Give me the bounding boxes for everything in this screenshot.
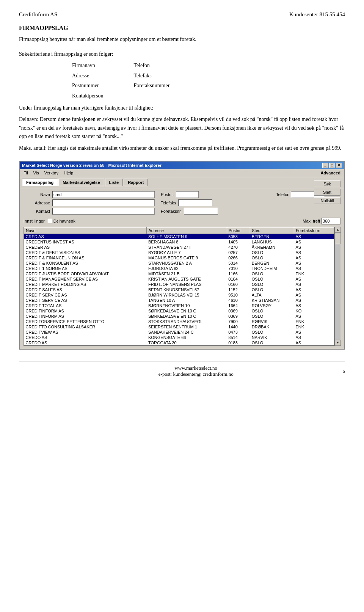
table-row[interactable]: CREDITVIEW ASSANDAKERVEIEN 24 C0473OSLOA…	[24, 330, 334, 335]
footer-email: e-post: kundesenter@ creditinform.no	[49, 371, 343, 377]
table-header-row: Navn Adresse Postnr. Sted Foretaksform	[24, 227, 334, 234]
cell-postnr: 0257	[227, 250, 250, 255]
cell-sted: NARVIK	[250, 335, 294, 340]
table-row[interactable]: CREDENTUS INVEST ASBERGHAGAN 81405LANGHU…	[24, 239, 334, 245]
menu-advanced[interactable]: Advanced	[318, 170, 343, 176]
navn-input[interactable]	[52, 191, 155, 198]
toolbar-rapport[interactable]: Rapport	[124, 179, 148, 186]
foretaksnr-input[interactable]	[184, 208, 218, 215]
table-row[interactable]: CREDER ASSTRANDAVEGEN 27 I4270ÅKREHAMNAS	[24, 245, 334, 250]
nullstill-button[interactable]: Nullstill	[314, 197, 340, 204]
table-row[interactable]: CREDIT MARKET HOLDING ASFRIDTJOF NANSENS…	[24, 282, 334, 287]
cell-sted: BERGEN	[250, 234, 294, 239]
kontakt-row: Kontakt Foretaksnr.	[24, 208, 273, 215]
scroll-track[interactable]	[335, 233, 340, 340]
cell-form: AS	[294, 266, 334, 271]
cell-postnr: 1152	[227, 287, 250, 292]
table-row[interactable]: CREDITTO CONSULTING ALSAKERSEIERSTEN SEN…	[24, 324, 334, 330]
table-row[interactable]: CREDIT SERVICE ASTANGEN 10 A4610KRISTIAN…	[24, 298, 334, 303]
menu-fil[interactable]: Fil	[21, 170, 30, 176]
criteria-table: Firmanavn Adresse Postnummer Kontaktpers…	[72, 61, 345, 100]
toolbar-firmaoppslag[interactable]: Firmaoppslag	[22, 179, 58, 186]
delnavnsok-checkbox[interactable]	[48, 219, 52, 223]
para1: Under firmaoppslag har man ytterligere f…	[19, 104, 345, 112]
cell-adresse: KONGENSGATE 66	[147, 335, 227, 340]
kontakt-input[interactable]	[52, 208, 155, 215]
cell-form: AS	[294, 245, 334, 250]
intro-text: Firmaoppslag benyttes når man skal fremh…	[19, 35, 345, 43]
application-window: Market Select Norge version 2 revision 5…	[19, 161, 345, 350]
telefaks-input[interactable]	[178, 199, 212, 206]
table-row[interactable]: CREDITINFORM ASSØRKEDALSVEIEN 10 C0369OS…	[24, 308, 334, 314]
cell-adresse: KRISTIAN AUGUSTS GATE	[147, 276, 227, 282]
customer-service: Kundesenter 815 55 454	[289, 11, 345, 18]
table-row[interactable]: CREDIT SERVICE ASBJØRN WIRKOLAS VEI 1595…	[24, 292, 334, 298]
delnavnsok-checkbox-wrapper: Delnavnsøk	[48, 219, 75, 223]
table-row[interactable]: CREDIT JUSTIS BORE ODDVAR ADVOKATMIDTÅSE…	[24, 271, 334, 276]
table-row[interactable]: CREDIT & KONSULENT ASSTARVHUSGATEN 2 A50…	[24, 260, 334, 266]
cell-navn: CREDITTO CONSULTING ALSAKER	[24, 324, 147, 330]
cell-postnr: 0369	[227, 308, 250, 314]
cell-navn: CREDIT SALES AS	[24, 287, 147, 292]
close-button[interactable]: ✕	[336, 163, 342, 168]
cell-navn: CREDIT MANAGEMENT SERVICE AS	[24, 276, 147, 282]
cell-postnr: 0369	[227, 314, 250, 319]
table-row[interactable]: CREDIT SALES ASBERNT KNUDSENSVEI 571152O…	[24, 287, 334, 292]
delnavnsok-label: Delnavnsøk	[53, 219, 75, 223]
cell-form: AS	[294, 234, 334, 239]
cell-adresse: TORGGATA 20	[147, 340, 227, 345]
cell-adresse: BJØRN WIRKOLAS VEI 15	[147, 292, 227, 298]
cell-postnr: 9510	[227, 292, 250, 298]
table-row[interactable]: CREDO ASKONGENSGATE 668514NARVIKAS	[24, 335, 334, 340]
scroll-up-button[interactable]: ▲	[335, 227, 341, 233]
table-row[interactable]: CREDIT & DEBIT VISION ASBYGDØY ALLE 7025…	[24, 250, 334, 255]
form-content: Navn Postnr. Adresse Telefaks Kontakt Fo…	[20, 188, 344, 349]
col-adresse: Adresse	[147, 227, 227, 234]
adresse-row: Adresse Telefaks	[24, 199, 273, 206]
scroll-down-button[interactable]: ▼	[335, 340, 341, 346]
cell-form: KO	[294, 308, 334, 314]
results-table: Navn Adresse Postnr. Sted Foretaksform C…	[24, 227, 334, 345]
sok-button[interactable]: Søk	[314, 180, 340, 187]
cell-sted: OSLO	[250, 308, 294, 314]
cell-navn: CREDITINFORM AS	[24, 314, 147, 319]
company-name: CreditInform AS	[19, 11, 57, 18]
results-container: Navn Adresse Postnr. Sted Foretaksform C…	[24, 227, 340, 346]
cell-postnr: 1664	[227, 303, 250, 308]
table-row[interactable]: CREDITINFORM ASSØRKEDALSVEIEN 10 C0369OS…	[24, 314, 334, 319]
cell-navn: CREDIT & KONSULENT AS	[24, 260, 147, 266]
cell-adresse: FJORDGATA 82	[147, 266, 227, 271]
menu-hjelp[interactable]: Hjelp	[61, 170, 75, 176]
toolbar-liste[interactable]: Liste	[105, 179, 123, 186]
cell-form: AS	[294, 239, 334, 245]
minimize-button[interactable]: _	[322, 163, 328, 168]
cell-sted: OSLO	[250, 271, 294, 276]
scrollbar[interactable]: ▲ ▼	[334, 227, 340, 346]
table-row[interactable]: CREDIT TOTAL ASBJØRNENGVEIEN 101664ROLVS…	[24, 303, 334, 308]
menu-vis[interactable]: Vis	[31, 170, 41, 176]
criteria-right: Telefon Telefaks Foretaksnummer	[133, 61, 169, 100]
cell-adresse: FRIDTJOF NANSENS PLAS	[147, 282, 227, 287]
adresse-input[interactable]	[52, 199, 155, 206]
page-header: CreditInform AS Kundesenter 815 55 454	[19, 11, 345, 18]
menu-verktoy[interactable]: Verktøy	[42, 170, 61, 176]
maximize-button[interactable]: □	[329, 163, 335, 168]
table-row[interactable]: CREDO ASTORGGATA 200183OSLOAS	[24, 340, 334, 345]
table-row[interactable]: CREDIT 1 NORGE ASFJORDGATA 827010TRONDHE…	[24, 266, 334, 271]
postnr-input[interactable]	[176, 191, 199, 198]
cell-sted: ÅKREHAMN	[250, 245, 294, 250]
toolbar-markedsutvelgelse[interactable]: Markedsutvelgelse	[58, 179, 104, 186]
scroll-thumb[interactable]	[335, 233, 340, 244]
kontakt-label: Kontakt	[24, 209, 50, 213]
cell-form: AS	[294, 303, 334, 308]
slett-button[interactable]: Slett	[314, 189, 340, 196]
navn-row: Navn Postnr.	[24, 191, 273, 198]
maxtref-input[interactable]	[322, 218, 340, 224]
table-row[interactable]: CREDITORSERVICE PETTERSEN OTTOSTOKKSTRAN…	[24, 319, 334, 324]
cell-postnr: 1440	[227, 324, 250, 330]
table-row[interactable]: CRED ASSOLHEIMSGATEN 95058BERGENAS	[24, 234, 334, 239]
table-row[interactable]: CREDIT & FINANCEUNION ASMAGNUS BERGS GAT…	[24, 255, 334, 260]
table-row[interactable]: CREDIT MANAGEMENT SERVICE ASKRISTIAN AUG…	[24, 276, 334, 282]
page-footer: www.marketselect.no e-post: kundesenter@…	[19, 361, 345, 377]
cell-form: AS	[294, 255, 334, 260]
